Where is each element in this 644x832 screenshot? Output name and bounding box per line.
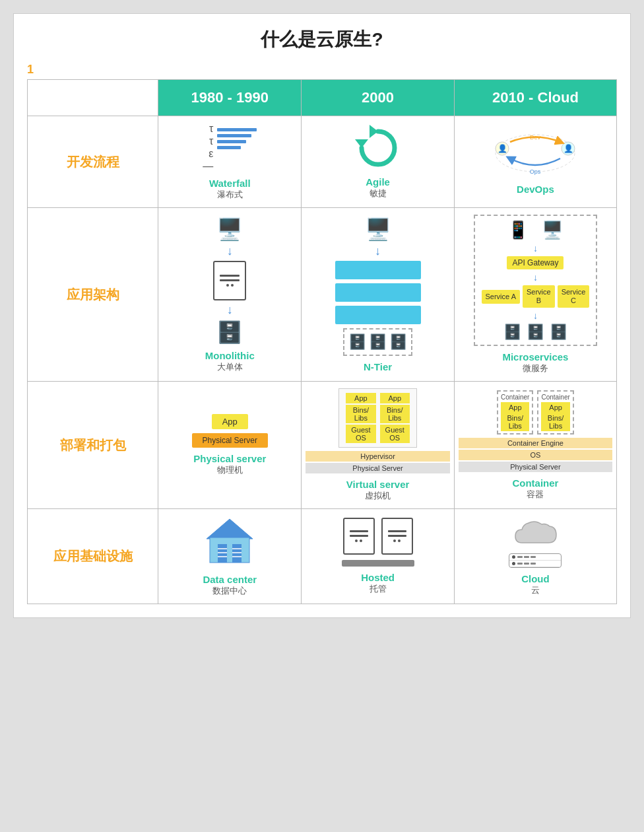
waterfall-label-sub: 瀑布式 (162, 189, 297, 201)
cloud-server-rack (509, 553, 562, 568)
svg-rect-10 (210, 537, 249, 563)
hosted-label-main: Hosted (306, 572, 450, 583)
vm-deploy-diagram: App Bins/Libs GuestOS App Bins/Libs Gues… (306, 388, 450, 473)
header-col1: 1980 - 1990 (158, 80, 302, 116)
container-label-sub: 容器 (459, 489, 612, 501)
ntier-block2 (335, 283, 421, 302)
row-dev-process: 开发流程 τ τ ε — (28, 116, 617, 208)
monolithic-label-main: Monolithic (162, 350, 297, 361)
cell-ntier: 🖥️ ↓ 🗄️ 🗄️ 🗄️ N-Tier (302, 208, 455, 382)
ntier-label-main: N-Tier (306, 361, 450, 372)
ntier-arch-diagram: 🖥️ ↓ 🗄️ 🗄️ 🗄️ (306, 217, 450, 356)
monolithic-label-sub: 大单体 (162, 361, 297, 373)
svg-rect-11 (218, 544, 227, 563)
row-app-arch: 应用架构 🖥️ ↓ (28, 208, 617, 382)
datacenter-diagram (162, 516, 297, 569)
agile-label-main: Agile (306, 176, 450, 188)
micro-dashed: 📱 🖥️ ↓ API Gateway ↓ Service A ServiceB … (474, 215, 598, 346)
physical-server-box: Physical Server (192, 433, 268, 448)
cloud-label-sub: 云 (459, 584, 612, 596)
row-label-deploy: 部署和打包 (28, 382, 158, 509)
container-deploy-diagram: Container App Bins/Libs Container App Bi… (459, 390, 612, 472)
api-gateway-label: API Gateway (507, 256, 564, 269)
cell-waterfall: τ τ ε — (158, 116, 302, 208)
vm-label-sub: 虚拟机 (306, 490, 450, 502)
agile-label-sub: 敏捷 (306, 188, 450, 199)
page-title: 什么是云原生? (27, 27, 617, 52)
cell-monolithic: 🖥️ ↓ ↓ 🗄️ (158, 208, 302, 382)
row-deployment: 部署和打包 App Physical Server Physical serve… (28, 382, 617, 509)
ntier-block3 (335, 306, 421, 324)
cloud-label-main: Cloud (459, 573, 612, 584)
cell-vm: App Bins/Libs GuestOS App Bins/Libs Gues… (302, 382, 455, 509)
hosted-platform-base (342, 560, 414, 567)
physical-label-main: Physical server (162, 453, 297, 464)
cell-hosted: Hosted 托管 (302, 509, 455, 604)
container-label-main: Container (459, 477, 612, 489)
header-col2: 2000 (302, 80, 455, 116)
row-label-dev: 开发流程 (28, 116, 158, 208)
agile-icon (355, 125, 401, 171)
svg-text:👤: 👤 (498, 143, 507, 153)
physical-deploy-diagram: App Physical Server (162, 414, 297, 448)
hosted-diagram (306, 518, 450, 567)
hosted-server-1 (343, 518, 375, 555)
micro-arch-diagram: 📱 🖥️ ↓ API Gateway ↓ Service A ServiceB … (459, 215, 612, 346)
cell-agile: Agile 敏捷 (302, 116, 455, 208)
svg-marker-9 (207, 519, 253, 539)
svg-text:Dev: Dev (530, 134, 541, 141)
devops-label-main: DevOps (459, 184, 612, 195)
ntier-dashed-box: 🗄️ 🗄️ 🗄️ (343, 328, 412, 356)
svg-text:👤: 👤 (564, 143, 573, 153)
svg-rect-12 (232, 544, 242, 563)
hosted-label-sub: 托管 (306, 583, 450, 595)
cloud-diagram (459, 516, 612, 568)
svg-text:Ops: Ops (530, 168, 541, 175)
row-infra: 应用基础设施 (28, 509, 617, 604)
monitor-icon: 🖥️ (216, 217, 243, 242)
service-a-label: Service A (482, 290, 520, 304)
vm-label-main: Virtual server (306, 479, 450, 490)
cell-microservices: 📱 🖥️ ↓ API Gateway ↓ Service A ServiceB … (454, 208, 616, 382)
header-col3: 2010 - Cloud (454, 80, 616, 116)
slide-number: 1 (27, 63, 617, 77)
server-box (213, 261, 246, 300)
devops-icon: 👤 👤 Dev Ops (489, 129, 581, 178)
svg-marker-1 (370, 125, 378, 138)
cloud-icon (509, 516, 562, 549)
main-table: 1980 - 1990 2000 2010 - Cloud 开发流程 τ τ (27, 79, 617, 604)
dc-label-sub: 数据中心 (162, 585, 297, 597)
app-box: App (212, 414, 248, 429)
svg-marker-0 (355, 139, 368, 148)
hosted-server-2 (381, 518, 413, 555)
micro-label-main: Microservices (459, 351, 612, 363)
cell-physical: App Physical Server Physical server 物理机 (158, 382, 302, 509)
row-label-arch: 应用架构 (28, 208, 158, 382)
row-label-infra: 应用基础设施 (28, 509, 158, 604)
waterfall-label-main: Waterfall (162, 178, 297, 189)
mono-arch-diagram: 🖥️ ↓ ↓ 🗄️ (162, 217, 297, 345)
page-container: 什么是云原生? 1 1980 - 1990 2000 2010 - Cloud … (13, 13, 631, 618)
service-c-label: ServiceC (558, 285, 590, 308)
cell-container: Container App Bins/Libs Container App Bi… (454, 382, 616, 509)
physical-label-sub: 物理机 (162, 464, 297, 476)
dc-label-main: Data center (162, 574, 297, 585)
cell-datacenter: Data center 数据中心 (158, 509, 302, 604)
cell-devops: 👤 👤 Dev Ops (454, 116, 616, 208)
header-col0 (28, 80, 158, 116)
ntier-block1 (335, 261, 421, 279)
service-b-label: ServiceB (523, 285, 555, 308)
micro-label-sub: 微服务 (459, 363, 612, 374)
cell-cloud: Cloud 云 (454, 509, 616, 604)
datacenter-icon (203, 516, 256, 569)
